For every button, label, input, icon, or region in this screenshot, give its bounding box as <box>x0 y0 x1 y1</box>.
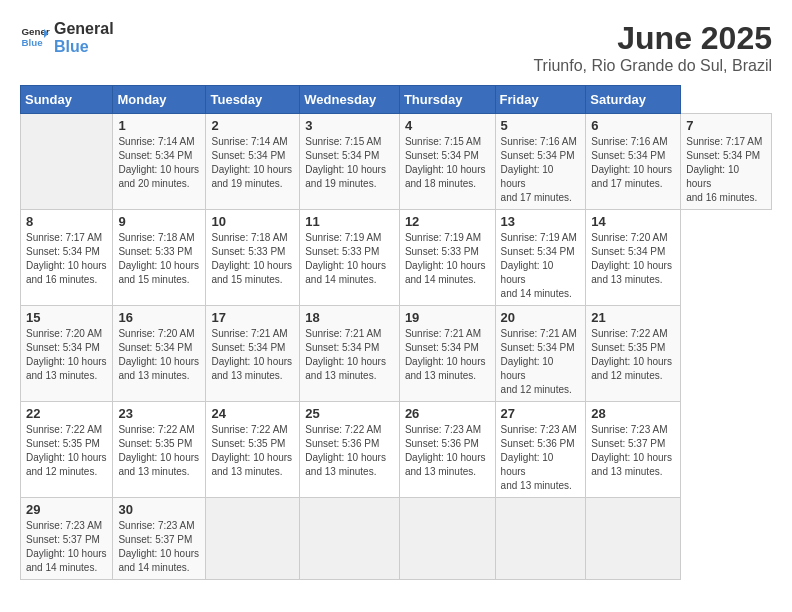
day-info: Sunrise: 7:20 AM Sunset: 5:34 PM Dayligh… <box>118 327 200 383</box>
calendar-cell: 2Sunrise: 7:14 AM Sunset: 5:34 PM Daylig… <box>206 114 300 210</box>
day-header-sunday: Sunday <box>21 86 113 114</box>
day-info: Sunrise: 7:21 AM Sunset: 5:34 PM Dayligh… <box>305 327 394 383</box>
day-info: Sunrise: 7:17 AM Sunset: 5:34 PM Dayligh… <box>686 135 766 205</box>
calendar-cell: 19Sunrise: 7:21 AM Sunset: 5:34 PM Dayli… <box>399 306 495 402</box>
calendar-cell: 26Sunrise: 7:23 AM Sunset: 5:36 PM Dayli… <box>399 402 495 498</box>
calendar-cell: 12Sunrise: 7:19 AM Sunset: 5:33 PM Dayli… <box>399 210 495 306</box>
logo-general: General <box>54 20 114 38</box>
day-number: 28 <box>591 406 675 421</box>
day-number: 13 <box>501 214 581 229</box>
day-info: Sunrise: 7:23 AM Sunset: 5:36 PM Dayligh… <box>405 423 490 479</box>
day-header-monday: Monday <box>113 86 206 114</box>
calendar-cell: 7Sunrise: 7:17 AM Sunset: 5:34 PM Daylig… <box>681 114 772 210</box>
day-number: 18 <box>305 310 394 325</box>
day-info: Sunrise: 7:19 AM Sunset: 5:34 PM Dayligh… <box>501 231 581 301</box>
calendar-body: 1Sunrise: 7:14 AM Sunset: 5:34 PM Daylig… <box>21 114 772 580</box>
day-number: 7 <box>686 118 766 133</box>
day-info: Sunrise: 7:19 AM Sunset: 5:33 PM Dayligh… <box>405 231 490 287</box>
day-info: Sunrise: 7:22 AM Sunset: 5:36 PM Dayligh… <box>305 423 394 479</box>
day-info: Sunrise: 7:20 AM Sunset: 5:34 PM Dayligh… <box>26 327 107 383</box>
day-info: Sunrise: 7:23 AM Sunset: 5:37 PM Dayligh… <box>591 423 675 479</box>
calendar-subtitle: Triunfo, Rio Grande do Sul, Brazil <box>533 57 772 75</box>
day-header-thursday: Thursday <box>399 86 495 114</box>
calendar-cell: 8Sunrise: 7:17 AM Sunset: 5:34 PM Daylig… <box>21 210 113 306</box>
calendar-cell: 1Sunrise: 7:14 AM Sunset: 5:34 PM Daylig… <box>113 114 206 210</box>
svg-text:Blue: Blue <box>22 37 44 48</box>
day-number: 26 <box>405 406 490 421</box>
calendar-cell: 22Sunrise: 7:22 AM Sunset: 5:35 PM Dayli… <box>21 402 113 498</box>
calendar-cell: 6Sunrise: 7:16 AM Sunset: 5:34 PM Daylig… <box>586 114 681 210</box>
day-number: 11 <box>305 214 394 229</box>
calendar-week-5: 29Sunrise: 7:23 AM Sunset: 5:37 PM Dayli… <box>21 498 772 580</box>
day-number: 20 <box>501 310 581 325</box>
day-number: 5 <box>501 118 581 133</box>
day-info: Sunrise: 7:14 AM Sunset: 5:34 PM Dayligh… <box>211 135 294 191</box>
day-header-wednesday: Wednesday <box>300 86 400 114</box>
day-info: Sunrise: 7:16 AM Sunset: 5:34 PM Dayligh… <box>591 135 675 191</box>
day-info: Sunrise: 7:23 AM Sunset: 5:37 PM Dayligh… <box>26 519 107 575</box>
calendar-cell: 15Sunrise: 7:20 AM Sunset: 5:34 PM Dayli… <box>21 306 113 402</box>
calendar-cell: 9Sunrise: 7:18 AM Sunset: 5:33 PM Daylig… <box>113 210 206 306</box>
day-info: Sunrise: 7:17 AM Sunset: 5:34 PM Dayligh… <box>26 231 107 287</box>
day-info: Sunrise: 7:22 AM Sunset: 5:35 PM Dayligh… <box>26 423 107 479</box>
day-number: 22 <box>26 406 107 421</box>
day-number: 9 <box>118 214 200 229</box>
calendar-cell: 25Sunrise: 7:22 AM Sunset: 5:36 PM Dayli… <box>300 402 400 498</box>
day-number: 6 <box>591 118 675 133</box>
calendar-title: June 2025 <box>533 20 772 57</box>
title-area: June 2025 Triunfo, Rio Grande do Sul, Br… <box>533 20 772 75</box>
calendar-cell: 16Sunrise: 7:20 AM Sunset: 5:34 PM Dayli… <box>113 306 206 402</box>
calendar-table: SundayMondayTuesdayWednesdayThursdayFrid… <box>20 85 772 580</box>
calendar-week-4: 22Sunrise: 7:22 AM Sunset: 5:35 PM Dayli… <box>21 402 772 498</box>
calendar-cell: 14Sunrise: 7:20 AM Sunset: 5:34 PM Dayli… <box>586 210 681 306</box>
day-number: 8 <box>26 214 107 229</box>
calendar-cell: 10Sunrise: 7:18 AM Sunset: 5:33 PM Dayli… <box>206 210 300 306</box>
day-number: 3 <box>305 118 394 133</box>
calendar-cell: 23Sunrise: 7:22 AM Sunset: 5:35 PM Dayli… <box>113 402 206 498</box>
calendar-cell: 24Sunrise: 7:22 AM Sunset: 5:35 PM Dayli… <box>206 402 300 498</box>
day-number: 17 <box>211 310 294 325</box>
day-info: Sunrise: 7:22 AM Sunset: 5:35 PM Dayligh… <box>211 423 294 479</box>
day-header-friday: Friday <box>495 86 586 114</box>
day-info: Sunrise: 7:20 AM Sunset: 5:34 PM Dayligh… <box>591 231 675 287</box>
calendar-cell: 5Sunrise: 7:16 AM Sunset: 5:34 PM Daylig… <box>495 114 586 210</box>
day-info: Sunrise: 7:23 AM Sunset: 5:36 PM Dayligh… <box>501 423 581 493</box>
calendar-cell: 27Sunrise: 7:23 AM Sunset: 5:36 PM Dayli… <box>495 402 586 498</box>
day-info: Sunrise: 7:21 AM Sunset: 5:34 PM Dayligh… <box>211 327 294 383</box>
day-number: 19 <box>405 310 490 325</box>
calendar-header-row: SundayMondayTuesdayWednesdayThursdayFrid… <box>21 86 772 114</box>
day-number: 14 <box>591 214 675 229</box>
logo: General Blue General Blue <box>20 20 114 56</box>
calendar-cell: 28Sunrise: 7:23 AM Sunset: 5:37 PM Dayli… <box>586 402 681 498</box>
calendar-cell: 13Sunrise: 7:19 AM Sunset: 5:34 PM Dayli… <box>495 210 586 306</box>
day-info: Sunrise: 7:22 AM Sunset: 5:35 PM Dayligh… <box>118 423 200 479</box>
calendar-cell: 30Sunrise: 7:23 AM Sunset: 5:37 PM Dayli… <box>113 498 206 580</box>
calendar-cell <box>495 498 586 580</box>
calendar-cell <box>206 498 300 580</box>
day-number: 12 <box>405 214 490 229</box>
day-header-tuesday: Tuesday <box>206 86 300 114</box>
day-info: Sunrise: 7:15 AM Sunset: 5:34 PM Dayligh… <box>405 135 490 191</box>
calendar-cell: 17Sunrise: 7:21 AM Sunset: 5:34 PM Dayli… <box>206 306 300 402</box>
day-info: Sunrise: 7:16 AM Sunset: 5:34 PM Dayligh… <box>501 135 581 205</box>
day-number: 15 <box>26 310 107 325</box>
day-number: 1 <box>118 118 200 133</box>
day-number: 4 <box>405 118 490 133</box>
day-number: 29 <box>26 502 107 517</box>
day-number: 16 <box>118 310 200 325</box>
day-info: Sunrise: 7:23 AM Sunset: 5:37 PM Dayligh… <box>118 519 200 575</box>
calendar-week-1: 1Sunrise: 7:14 AM Sunset: 5:34 PM Daylig… <box>21 114 772 210</box>
calendar-cell: 21Sunrise: 7:22 AM Sunset: 5:35 PM Dayli… <box>586 306 681 402</box>
calendar-cell: 18Sunrise: 7:21 AM Sunset: 5:34 PM Dayli… <box>300 306 400 402</box>
calendar-cell: 20Sunrise: 7:21 AM Sunset: 5:34 PM Dayli… <box>495 306 586 402</box>
day-info: Sunrise: 7:22 AM Sunset: 5:35 PM Dayligh… <box>591 327 675 383</box>
page-header: General Blue General Blue June 2025 Triu… <box>20 20 772 75</box>
day-info: Sunrise: 7:21 AM Sunset: 5:34 PM Dayligh… <box>501 327 581 397</box>
day-number: 10 <box>211 214 294 229</box>
calendar-week-3: 15Sunrise: 7:20 AM Sunset: 5:34 PM Dayli… <box>21 306 772 402</box>
empty-cell <box>21 114 113 210</box>
day-number: 27 <box>501 406 581 421</box>
calendar-cell: 11Sunrise: 7:19 AM Sunset: 5:33 PM Dayli… <box>300 210 400 306</box>
calendar-cell <box>399 498 495 580</box>
day-number: 23 <box>118 406 200 421</box>
